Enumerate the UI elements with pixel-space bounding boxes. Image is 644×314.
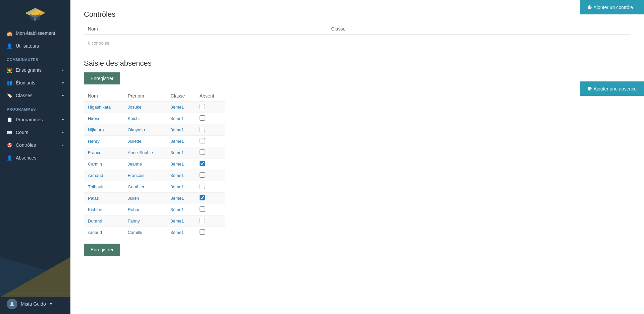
courses-icon: 📖 — [7, 130, 12, 135]
student-classe-link[interactable]: 3ème1 — [171, 230, 184, 235]
student-nom-link[interactable]: Arnaud — [88, 230, 102, 235]
student-prenom-link[interactable]: Koichi — [128, 116, 140, 121]
table-row: HiroseKoichi3ème1 — [84, 113, 225, 124]
sidebar-item-etudiants[interactable]: 👥 Étudiants ▾ — [0, 76, 70, 89]
student-nom-link[interactable]: Palas — [88, 196, 99, 201]
table-row: ThibaultGauthier3ème1 — [84, 181, 225, 193]
student-classe-link[interactable]: 3ème1 — [171, 207, 184, 212]
student-nom-link[interactable]: Nijimura — [88, 127, 104, 132]
controles-title: Contrôles — [84, 10, 631, 19]
sidebar-item-label: Contrôles — [16, 142, 36, 148]
ajouter-controle-label: Ajouter un contrôle — [594, 5, 633, 10]
student-classe-link[interactable]: 3ème1 — [171, 162, 184, 167]
student-nom-link[interactable]: Higashikata — [88, 105, 111, 110]
absent-checkbox[interactable] — [200, 229, 205, 235]
sidebar-item-label: Classes — [16, 93, 33, 98]
section-label-communautes: COMMUNAUTÉS — [0, 52, 70, 64]
student-nom-link[interactable]: Kishibe — [88, 207, 102, 212]
sidebar-item-enseignants[interactable]: 👨‍🏫 Enseignants ▾ — [0, 64, 70, 76]
avatar — [7, 299, 17, 309]
student-nom-link[interactable]: Durand — [88, 218, 102, 224]
sidebar-item-programmes[interactable]: 📋 Programmes ▾ — [0, 113, 70, 126]
user-name: Mista Guido — [21, 301, 46, 307]
table-row: HigashikataJosuke3ème1 — [84, 102, 225, 113]
ajouter-absence-label: Ajouter une absence — [594, 86, 637, 91]
user-profile[interactable]: Mista Guido ▾ — [0, 294, 70, 314]
student-nom-link[interactable]: Armand — [88, 173, 103, 178]
absent-checkbox[interactable] — [200, 149, 205, 155]
enregistrer-button-top[interactable]: Enregistrer — [84, 72, 120, 84]
col-nom: Nom — [84, 90, 124, 102]
sidebar-item-label: Programmes — [16, 117, 43, 122]
absent-checkbox[interactable] — [200, 104, 205, 109]
student-nom-link[interactable]: Thibault — [88, 184, 103, 189]
student-classe-link[interactable]: 3ème1 — [171, 150, 184, 155]
classes-icon: 🏷️ — [7, 93, 12, 98]
student-nom-link[interactable]: Hirose — [88, 116, 101, 121]
student-prenom-link[interactable]: Juliette — [128, 139, 142, 144]
student-nom-link[interactable]: France — [88, 150, 101, 155]
sidebar-item-utilisateurs[interactable]: 👤 Utilisateurs — [0, 40, 70, 52]
students-icon: 👥 — [7, 80, 12, 85]
absent-checkbox[interactable] — [200, 115, 205, 121]
controles-col-nom: Nom — [84, 23, 327, 35]
student-nom-link[interactable]: Carmin — [88, 162, 102, 167]
table-row: DurandFanny3ème1 — [84, 215, 225, 227]
sidebar-item-controles[interactable]: 🎯 Contrôles ▾ — [0, 139, 70, 151]
student-prenom-link[interactable]: Fanny — [128, 218, 140, 224]
plus-icon: ⊕ — [587, 4, 592, 10]
student-prenom-link[interactable]: François — [128, 173, 145, 178]
top-right-actions: ⊕ Ajouter un contrôle ⊕ Ajouter une abse… — [580, 0, 644, 96]
student-classe-link[interactable]: 3ème1 — [171, 173, 184, 178]
user-menu-arrow: ▾ — [50, 302, 52, 306]
teachers-icon: 👨‍🏫 — [7, 67, 12, 73]
student-prenom-link[interactable]: Julien — [128, 196, 139, 201]
enregistrer-label-bottom: Enregistrer — [91, 247, 113, 252]
chevron-down-icon: ▾ — [62, 118, 64, 122]
controls-icon: 🎯 — [7, 142, 12, 148]
absent-checkbox[interactable] — [200, 195, 205, 200]
student-prenom-link[interactable]: Jeanne — [128, 162, 142, 167]
chevron-down-icon: ▾ — [62, 81, 64, 85]
student-nom-link[interactable]: Henry — [88, 139, 100, 144]
absences-section: Saisie des absences Enregistrer Nom Prén… — [84, 59, 631, 262]
student-classe-link[interactable]: 3ème1 — [171, 218, 184, 224]
ajouter-controle-button[interactable]: ⊕ Ajouter un contrôle — [580, 0, 644, 14]
sidebar-item-classes[interactable]: 🏷️ Classes ▾ — [0, 89, 70, 102]
student-prenom-link[interactable]: Rohan — [128, 207, 141, 212]
absent-checkbox[interactable] — [200, 218, 205, 223]
sidebar-item-mon-etablissement[interactable]: 🏫 Mon établissement — [0, 27, 70, 40]
controles-section: Contrôles Nom Classe 0 contrôles — [84, 10, 631, 49]
absent-checkbox[interactable] — [200, 184, 205, 189]
sidebar: 🏫 Mon établissement 👤 Utilisateurs COMMU… — [0, 0, 70, 314]
table-row: PalasJulien3ème1 — [84, 193, 225, 204]
student-prenom-link[interactable]: Josuke — [128, 105, 142, 110]
student-prenom-link[interactable]: Okuyasu — [128, 127, 145, 132]
controles-table: Nom Classe — [84, 23, 631, 35]
student-classe-link[interactable]: 3ème1 — [171, 184, 184, 189]
sidebar-item-cours[interactable]: 📖 Cours ▾ — [0, 126, 70, 139]
col-absent: Absent — [196, 90, 225, 102]
chevron-down-icon: ▾ — [62, 94, 64, 98]
student-classe-link[interactable]: 3ème1 — [171, 116, 184, 121]
student-classe-link[interactable]: 3ème1 — [171, 127, 184, 132]
student-classe-link[interactable]: 3ème1 — [171, 139, 184, 144]
student-prenom-link[interactable]: Camille — [128, 230, 142, 235]
absent-checkbox[interactable] — [200, 206, 205, 212]
absences-table: Nom Prénom Classe Absent HigashikataJosu… — [84, 90, 225, 238]
student-prenom-link[interactable]: Gauthier — [128, 184, 145, 189]
table-row: KishibeRohan3ème1 — [84, 204, 225, 215]
student-classe-link[interactable]: 3ème1 — [171, 105, 184, 110]
ajouter-absence-button[interactable]: ⊕ Ajouter une absence — [580, 81, 644, 96]
absences-title: Saisie des absences — [84, 59, 631, 68]
absent-checkbox[interactable] — [200, 127, 205, 132]
table-row: ArmandFrançois3ème1 — [84, 170, 225, 181]
enregistrer-button-bottom[interactable]: Enregistrer — [84, 244, 120, 256]
student-prenom-link[interactable]: Anne-Sophie — [128, 150, 153, 155]
student-classe-link[interactable]: 3ème1 — [171, 196, 184, 201]
sidebar-item-label: Cours — [16, 130, 28, 135]
absent-checkbox[interactable] — [200, 161, 205, 166]
absent-checkbox[interactable] — [200, 172, 205, 178]
sidebar-item-absences[interactable]: 👤 Absences — [0, 151, 70, 164]
absent-checkbox[interactable] — [200, 138, 205, 143]
